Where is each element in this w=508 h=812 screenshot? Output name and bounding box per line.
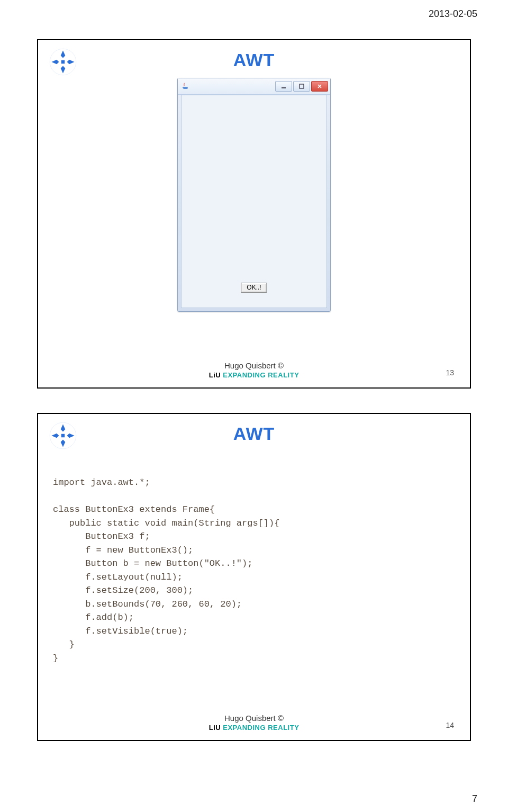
slide-page-number: 14 — [446, 721, 454, 729]
code-block: import java.awt.*; class ButtonEx3 exten… — [53, 476, 459, 665]
svg-rect-13 — [61, 434, 65, 437]
page: 2013‑02‑05 7 AWT — [0, 0, 508, 812]
footer-brand-prefix: LiU — [209, 724, 221, 732]
footer-brand-prefix: LiU — [209, 371, 221, 379]
maximize-button-icon[interactable] — [293, 81, 310, 92]
awt-window: OK..! — [177, 78, 331, 312]
page-date: 2013‑02‑05 — [429, 8, 477, 20]
footer-brand: LiU EXPANDING REALITY — [38, 371, 470, 379]
svg-marker-3 — [51, 60, 59, 65]
svg-marker-4 — [67, 60, 75, 65]
svg-marker-10 — [61, 440, 66, 447]
close-button-icon[interactable] — [311, 81, 328, 92]
page-number: 7 — [472, 793, 477, 805]
university-logo-icon — [49, 48, 77, 76]
footer-copyright: Hugo Quisbert © — [38, 361, 470, 370]
slide-title: AWT — [49, 423, 459, 444]
window-client-area: OK..! — [181, 95, 327, 308]
university-logo-icon — [49, 421, 77, 450]
slide-title: AWT — [49, 50, 459, 70]
svg-rect-5 — [61, 60, 65, 64]
svg-marker-2 — [61, 66, 66, 74]
svg-marker-11 — [51, 434, 59, 438]
slide-1: AWT — [37, 39, 471, 389]
svg-rect-6 — [282, 87, 286, 88]
slide-footer: Hugo Quisbert © LiU EXPANDING REALITY 14 — [38, 714, 470, 732]
footer-brand-tagline: EXPANDING REALITY — [221, 724, 299, 732]
ok-button[interactable]: OK..! — [241, 283, 267, 293]
footer-copyright: Hugo Quisbert © — [38, 714, 470, 723]
slide-footer: Hugo Quisbert © LiU EXPANDING REALITY 13 — [38, 361, 470, 379]
svg-marker-9 — [61, 424, 66, 431]
svg-rect-7 — [300, 84, 304, 88]
footer-brand: LiU EXPANDING REALITY — [38, 724, 470, 732]
svg-marker-1 — [61, 50, 66, 58]
window-titlebar — [178, 78, 330, 95]
java-cup-icon — [181, 82, 189, 91]
slide-2: AWT import java.awt.*; class ButtonEx3 e… — [37, 413, 471, 741]
slide-page-number: 13 — [446, 368, 454, 377]
minimize-button-icon[interactable] — [275, 81, 292, 92]
svg-marker-12 — [67, 434, 75, 438]
footer-brand-tagline: EXPANDING REALITY — [221, 371, 299, 379]
